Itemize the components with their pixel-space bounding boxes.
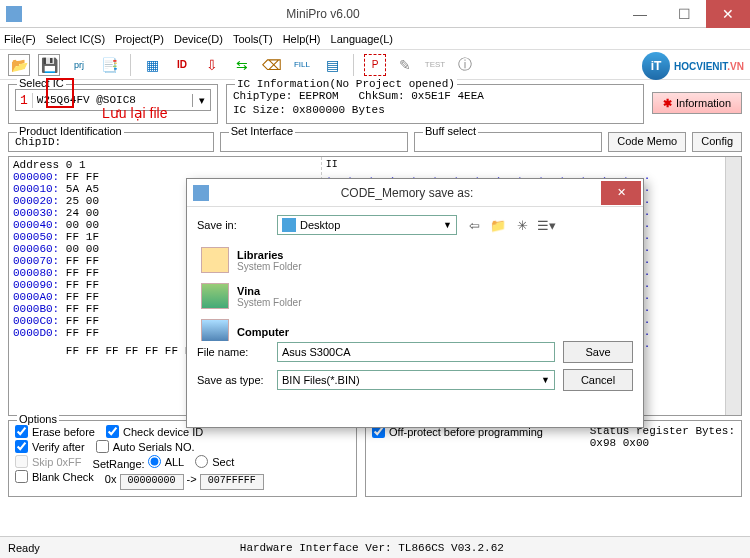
grid-icon[interactable]: ▤ bbox=[321, 54, 343, 76]
toolbar: 📂 💾 prj 📑 ▦ ID ⇩ ⇆ ⌫ FILL ▤ P ✎ TEST ⓘ i… bbox=[0, 50, 750, 80]
savein-dropdown[interactable]: Desktop ▼ bbox=[277, 215, 457, 235]
back-icon[interactable]: ⇦ bbox=[465, 216, 483, 234]
status-ready: Ready bbox=[8, 542, 40, 554]
list-item-libraries[interactable]: LibrariesSystem Folder bbox=[197, 245, 633, 281]
list-item-computer[interactable]: Computer bbox=[197, 317, 633, 341]
window-titlebar: MiniPro v6.00 — ☐ ✕ bbox=[0, 0, 750, 28]
saveastype-dropdown[interactable]: BIN Files(*.BIN)▼ bbox=[277, 370, 555, 390]
skip-0xff-checkbox: Skip 0xFF bbox=[15, 455, 82, 468]
range-to[interactable]: 007FFFFF bbox=[200, 474, 264, 490]
options-legend: Options bbox=[17, 413, 59, 425]
saveastype-label: Save as type: bbox=[197, 374, 277, 386]
erase-before-checkbox[interactable]: Erase before bbox=[15, 425, 95, 438]
p-icon[interactable]: P bbox=[364, 54, 386, 76]
set-interface-legend: Set Interface bbox=[229, 125, 295, 137]
tab-config[interactable]: Config bbox=[692, 132, 742, 152]
menu-file[interactable]: File(F) bbox=[4, 33, 36, 45]
product-id-box: Product Identification ChipID: bbox=[8, 132, 214, 152]
select-ic-dropdown[interactable]: ▾ bbox=[192, 94, 210, 107]
setrange-label: SetRange: bbox=[93, 458, 145, 470]
menu-tools[interactable]: Tools(T) bbox=[233, 33, 273, 45]
save-as-dialog: CODE_Memory save as: ✕ Save in: Desktop … bbox=[186, 178, 644, 428]
menu-project[interactable]: Project(P) bbox=[115, 33, 164, 45]
erase-icon[interactable]: ⌫ bbox=[261, 54, 283, 76]
ic-info-box: IC Information(No Project opened) ChipTy… bbox=[226, 84, 644, 124]
verify-icon[interactable]: ⇆ bbox=[231, 54, 253, 76]
range-from[interactable]: 00000000 bbox=[120, 474, 184, 490]
minimize-button[interactable]: — bbox=[618, 0, 662, 28]
filename-label: File name: bbox=[197, 346, 277, 358]
view-menu-icon[interactable]: ☰▾ bbox=[537, 216, 555, 234]
status-reg-value: 0x98 0x00 bbox=[590, 437, 735, 449]
savein-value: Desktop bbox=[300, 219, 340, 231]
new-folder-icon[interactable]: ✳ bbox=[513, 216, 531, 234]
set-interface-box: Set Interface bbox=[220, 132, 408, 152]
tab-code-memo[interactable]: Code Memo bbox=[608, 132, 686, 152]
save-project-icon[interactable]: 📑 bbox=[98, 54, 120, 76]
ic-info-legend: IC Information(No Project opened) bbox=[235, 77, 457, 91]
logo-text: HOCVIENIT bbox=[674, 61, 727, 72]
hex-header: Address 0 1 bbox=[13, 159, 317, 171]
menu-device[interactable]: Device(D) bbox=[174, 33, 223, 45]
menu-language[interactable]: Language(L) bbox=[331, 33, 393, 45]
dialog-title: CODE_Memory save as: bbox=[215, 186, 599, 200]
info-icon[interactable]: ⓘ bbox=[454, 54, 476, 76]
fill-icon[interactable]: FILL bbox=[291, 54, 313, 76]
save-button[interactable]: Save bbox=[563, 341, 633, 363]
information-button[interactable]: ✱Information bbox=[652, 92, 742, 114]
chipid-label: ChipID: bbox=[15, 136, 61, 148]
buff-select-box: Buff select bbox=[414, 132, 602, 152]
menu-help[interactable]: Help(H) bbox=[283, 33, 321, 45]
menu-select-ic[interactable]: Select IC(S) bbox=[46, 33, 105, 45]
dialog-icon bbox=[193, 185, 209, 201]
range-sect-radio[interactable]: Sect bbox=[195, 455, 234, 468]
project-icon[interactable]: prj bbox=[68, 54, 90, 76]
chevron-down-icon: ▼ bbox=[443, 220, 452, 230]
chip-type: ChipType: EEPROM bbox=[233, 90, 339, 102]
cancel-button[interactable]: Cancel bbox=[563, 369, 633, 391]
range-all-radio[interactable]: ALL bbox=[148, 455, 185, 468]
computer-icon bbox=[201, 319, 229, 341]
select-ic-legend: Select IC bbox=[17, 77, 66, 89]
product-id-legend: Product Identification bbox=[17, 125, 124, 137]
up-folder-icon[interactable]: 📁 bbox=[489, 216, 507, 234]
dialog-close-button[interactable]: ✕ bbox=[601, 181, 641, 205]
arrow-label: -> bbox=[187, 473, 197, 485]
folder-list[interactable]: LibrariesSystem Folder VinaSystem Folder… bbox=[197, 241, 633, 341]
test-icon[interactable]: TEST bbox=[424, 54, 446, 76]
savein-label: Save in: bbox=[197, 219, 277, 231]
maximize-button[interactable]: ☐ bbox=[662, 0, 706, 28]
verify-after-checkbox[interactable]: Verify after bbox=[15, 440, 85, 453]
vertical-scrollbar[interactable] bbox=[725, 157, 741, 415]
read-icon[interactable]: ⇩ bbox=[201, 54, 223, 76]
ox-label: 0x bbox=[105, 473, 117, 485]
checksum: ChkSum: 0x5E1F 4EEA bbox=[358, 90, 483, 102]
blank-check-checkbox[interactable]: Blank Check bbox=[15, 470, 94, 483]
open-icon[interactable]: 📂 bbox=[8, 54, 30, 76]
save-icon[interactable]: 💾 bbox=[38, 54, 60, 76]
menu-bar: File(F) Select IC(S) Project(P) Device(D… bbox=[0, 28, 750, 50]
buff-select-legend: Buff select bbox=[423, 125, 478, 137]
toolbar-separator-2 bbox=[353, 54, 354, 76]
edit-icon[interactable]: ✎ bbox=[394, 54, 416, 76]
id-icon[interactable]: ID bbox=[171, 54, 193, 76]
app-icon bbox=[6, 6, 22, 22]
auto-serials-checkbox[interactable]: Auto Serials NO. bbox=[96, 440, 195, 453]
logo-badge-icon: iT bbox=[642, 52, 670, 80]
select-ic-box: Select IC 1 ▾ bbox=[8, 84, 218, 124]
options-box: Options Erase before Check device ID Ver… bbox=[8, 420, 357, 497]
filename-input[interactable] bbox=[277, 342, 555, 362]
ic-config-box: IC Config Informaton Off-protect before … bbox=[365, 420, 742, 497]
libraries-icon bbox=[201, 247, 229, 273]
list-item-vina[interactable]: VinaSystem Folder bbox=[197, 281, 633, 317]
ic-size: IC Size: 0x800000 Bytes bbox=[233, 104, 385, 116]
select-ic-input[interactable] bbox=[33, 94, 192, 106]
window-title: MiniPro v6.00 bbox=[28, 7, 618, 21]
ascii-header: II bbox=[326, 159, 721, 170]
chip-icon[interactable]: ▦ bbox=[141, 54, 163, 76]
toolbar-separator-1 bbox=[130, 54, 131, 76]
status-hardware: Hardware Interface Ver: TL866CS V03.2.62 bbox=[240, 542, 504, 554]
status-bar: Ready Hardware Interface Ver: TL866CS V0… bbox=[0, 536, 750, 558]
desktop-icon bbox=[282, 218, 296, 232]
close-button[interactable]: ✕ bbox=[706, 0, 750, 28]
